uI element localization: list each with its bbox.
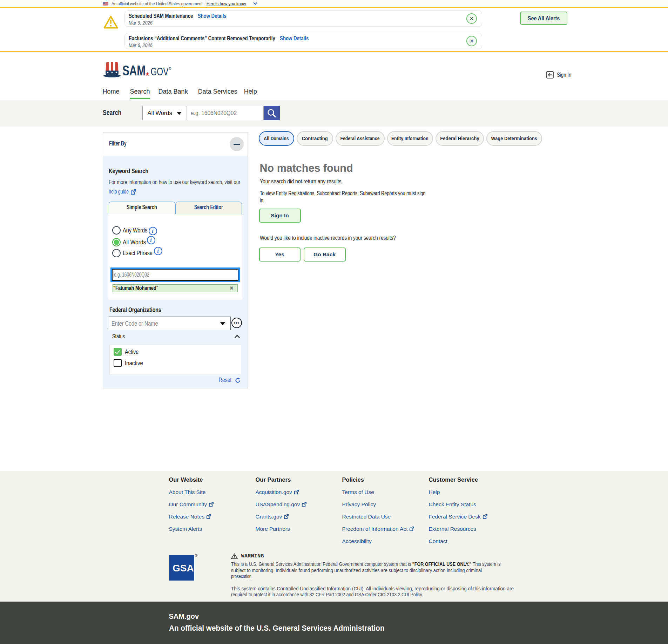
svg-text:SAM: SAM (122, 63, 146, 78)
svg-text:®: ® (195, 554, 198, 557)
svg-text:GSA: GSA (173, 563, 194, 574)
svg-text:GOV: GOV (150, 66, 168, 78)
svg-text:®: ® (169, 67, 171, 70)
